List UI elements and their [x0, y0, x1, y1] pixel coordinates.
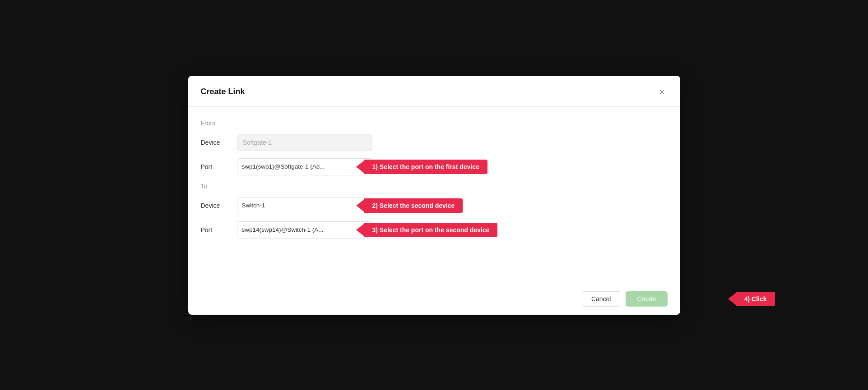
from-section-label: From — [201, 119, 668, 127]
from-port-select[interactable]: swp1(swp1)@Softgate-1 (Ad... ⌄ — [237, 158, 372, 175]
to-port-value: swp14(swp14)@Switch-1 (A... — [242, 226, 360, 233]
step1-arrow — [356, 161, 364, 173]
from-port-row: Port swp1(swp1)@Softgate-1 (Ad... ⌄ 1) S… — [201, 158, 668, 175]
to-port-select[interactable]: swp14(swp14)@Switch-1 (A... ⌄ — [237, 221, 372, 239]
step1-annotation: 1) Select the port on the first device — [356, 160, 487, 174]
modal-body: From Device Port swp1(swp1)@Softgate-1 (… — [188, 107, 680, 283]
step1-badge: 1) Select the port on the first device — [364, 160, 487, 174]
to-device-label: Device — [201, 202, 237, 209]
step4-annotation: 4) Click — [728, 292, 775, 306]
to-section-label: To — [201, 183, 668, 190]
step2-arrow — [356, 199, 364, 212]
create-button[interactable]: Create — [626, 291, 667, 307]
cancel-button[interactable]: Cancel — [582, 291, 621, 307]
modal-header: Create Link × — [188, 76, 680, 107]
to-section: To Device Switch-1 ⌄ 2) Select the secon… — [201, 183, 668, 239]
step3-badge: 3) Select the port on the second device — [364, 223, 498, 237]
from-port-label: Port — [201, 163, 237, 170]
step3-arrow — [356, 224, 364, 236]
modal-title: Create Link — [201, 87, 245, 96]
step3-annotation: 3) Select the port on the second device — [356, 223, 498, 237]
from-device-label: Device — [201, 139, 237, 146]
step4-arrow — [728, 293, 736, 305]
from-port-value: swp1(swp1)@Softgate-1 (Ad... — [242, 163, 360, 170]
from-device-input — [237, 134, 372, 151]
close-button[interactable]: × — [657, 87, 668, 97]
to-device-row: Device Switch-1 ⌄ 2) Select the second d… — [201, 197, 668, 214]
to-device-value: Switch-1 — [242, 202, 360, 209]
to-device-select[interactable]: Switch-1 ⌄ — [237, 197, 372, 214]
step4-badge: 4) Click — [736, 292, 775, 306]
step2-badge: 2) Select the second device — [364, 198, 463, 213]
step2-annotation: 2) Select the second device — [356, 198, 463, 213]
to-port-label: Port — [201, 226, 237, 234]
from-device-row: Device — [201, 134, 668, 151]
to-port-row: Port swp14(swp14)@Switch-1 (A... ⌄ 3) Se… — [201, 221, 668, 239]
overlay: Create Link × From Device Port swp1(swp1… — [0, 0, 868, 390]
modal-footer: Cancel Create 4) Click — [188, 283, 680, 315]
modal-dialog: Create Link × From Device Port swp1(swp1… — [188, 76, 680, 315]
